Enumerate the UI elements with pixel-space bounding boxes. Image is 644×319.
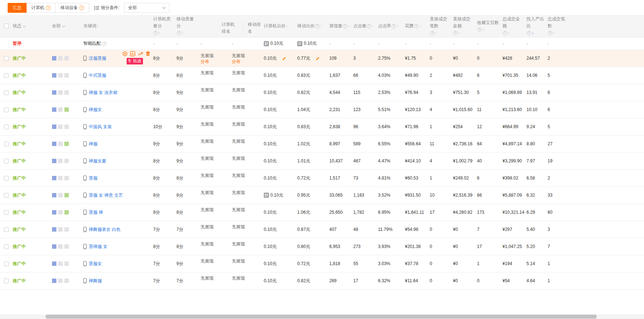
trend-icon[interactable]	[138, 51, 143, 56]
header-mobile-rank[interactable]: 移动排名	[243, 21, 261, 35]
row-checkbox[interactable]	[4, 142, 9, 146]
help-icon[interactable]: ?	[391, 24, 396, 28]
keyword-link[interactable]: 禅舞服装女 白色	[89, 227, 120, 233]
select-all-checkbox[interactable]	[4, 24, 9, 28]
row-checkbox[interactable]	[4, 210, 9, 215]
header-computer-bid[interactable]: 计算机出价↑	[262, 15, 295, 37]
help-icon[interactable]: ?	[315, 24, 319, 28]
segment-filter-select[interactable]: 全部	[124, 3, 170, 13]
row-checkbox[interactable]	[4, 107, 9, 112]
help-icon[interactable]: ?	[477, 27, 482, 32]
cell-mobile-rank: 无展现 分布	[230, 50, 262, 67]
help-icon[interactable]: ?	[79, 5, 84, 10]
keyword-link[interactable]: 中式茶服	[89, 72, 106, 79]
header-cost[interactable]: 花费?↑	[403, 15, 428, 37]
sort-asc-icon[interactable]: ↑	[97, 23, 99, 29]
row-checkbox[interactable]	[4, 90, 9, 95]
row-checkbox[interactable]	[4, 261, 9, 266]
help-icon[interactable]: ?	[430, 31, 434, 35]
sort-asc-icon[interactable]: ↑	[553, 29, 555, 36]
header-mobile-bid[interactable]: 移动出价?↑	[295, 15, 327, 37]
row-checkbox[interactable]	[4, 227, 9, 232]
header-status[interactable]: 状态	[11, 15, 50, 37]
sort-asc-icon[interactable]: ↑	[458, 29, 461, 36]
keyword-link[interactable]: 禅服女夏	[89, 158, 106, 164]
keyword-link[interactable]: 茶服	[89, 175, 98, 181]
row-checkbox[interactable]	[4, 159, 9, 164]
row-checkbox[interactable]	[4, 125, 9, 129]
sort-asc-icon[interactable]: ↑	[348, 23, 350, 29]
sort-asc-icon[interactable]: ↑	[320, 23, 322, 29]
sort-asc-icon[interactable]: ↑	[397, 23, 399, 29]
sort-asc-icon[interactable]: ↑	[372, 23, 374, 29]
row-checkbox[interactable]	[4, 193, 9, 198]
sort-asc-icon[interactable]: ↑	[482, 26, 485, 33]
row-checkbox[interactable]	[4, 56, 9, 61]
sort-asc-icon[interactable]: ↑	[286, 23, 288, 29]
sort-asc-icon[interactable]: ↑	[159, 29, 161, 36]
help-icon[interactable]: ?	[503, 31, 507, 35]
cell-cost: ¥201.38	[403, 238, 428, 255]
keyword-link[interactable]: 汉服茶服	[89, 55, 106, 62]
sort-asc-icon[interactable]: ↑	[435, 29, 437, 36]
help-icon[interactable]: ?	[177, 31, 181, 35]
keyword-link[interactable]: 茶服 禅	[89, 209, 103, 216]
scrollbar-thumb[interactable]	[45, 315, 597, 319]
header-roi[interactable]: 投入产出比?↓	[525, 15, 546, 37]
sort-asc-icon[interactable]: ↑	[419, 23, 421, 29]
help-icon[interactable]: ?	[154, 31, 158, 35]
help-icon[interactable]: ?	[367, 24, 371, 28]
keyword-link[interactable]: 禅服女	[89, 107, 102, 113]
tab-summary[interactable]: 汇总	[8, 3, 27, 13]
edit-bid-icon[interactable]	[282, 56, 287, 61]
header-computer-rank[interactable]: 计算机排名	[222, 21, 239, 35]
help-icon[interactable]: ?	[453, 31, 458, 35]
row-checkbox[interactable]	[4, 244, 9, 249]
header-direct-amount[interactable]: 直接成交金额?↑	[451, 15, 475, 37]
row-checkbox[interactable]	[4, 73, 9, 78]
keyword-link[interactable]: 茶服 女 禅意 文艺	[89, 192, 123, 198]
row-checkbox[interactable]	[4, 176, 9, 181]
header-campaign[interactable]: 全部	[50, 15, 82, 37]
header-total-amount[interactable]: 总成交金额?↑	[501, 15, 525, 37]
help-icon[interactable]: ?	[46, 5, 51, 10]
keyword-link[interactable]: 茶服女	[89, 261, 102, 267]
edit-bid-icon[interactable]	[315, 56, 320, 61]
keyword-link[interactable]: 中国风 女装	[89, 124, 112, 130]
cell-cost: ¥1.75	[403, 50, 428, 67]
row-checkbox[interactable]	[4, 279, 9, 283]
keyword-link[interactable]: 茶禅服 女	[89, 244, 107, 250]
sort-asc-icon[interactable]: ↑	[182, 29, 184, 36]
cell-total-orders: 3	[546, 221, 568, 238]
tab-mobile[interactable]: 移动设备 ?	[55, 3, 89, 13]
sort-desc-icon[interactable]: ↓	[532, 29, 534, 36]
header-direct-orders[interactable]: 直接成交笔数?↑	[428, 15, 451, 37]
header-clicks[interactable]: 点击量?↑	[351, 15, 376, 37]
tab-computer[interactable]: 计算机 ?	[26, 3, 56, 13]
help-icon[interactable]: ?	[414, 24, 418, 28]
keyword-link[interactable]: 禅服	[89, 141, 98, 147]
header-impressions[interactable]: 展现量?↑	[327, 15, 351, 37]
trash-icon[interactable]	[145, 51, 151, 56]
header-ctr[interactable]: 点击率?↑	[376, 15, 403, 37]
help-icon[interactable]: ?	[548, 31, 552, 35]
header-total-orders[interactable]: 总成交笔数?↑	[546, 15, 568, 37]
header-keyword[interactable]: 关键词↑	[82, 15, 151, 37]
cell-direct-amount: ¥0	[451, 238, 475, 255]
help-icon[interactable]: ?	[102, 42, 107, 46]
distribution-link[interactable]: 分布	[200, 59, 209, 64]
report-chart-icon[interactable]	[130, 51, 135, 56]
keyword-link[interactable]: 禅服 女 连衣裙	[89, 90, 118, 96]
help-icon[interactable]: ?	[343, 24, 347, 28]
distribution-link[interactable]: 分布	[232, 59, 240, 64]
table-row: 推广中 禅服女夏 8分 9分 无展现 无展现 0.10元	[0, 153, 644, 170]
cell-mobile-bid: 0.83元	[295, 67, 327, 84]
trajectory-badge[interactable]: 轨迹	[127, 58, 143, 64]
sort-asc-icon[interactable]: ↑	[508, 29, 510, 36]
target-icon[interactable]	[122, 51, 128, 56]
keyword-link[interactable]: 禅舞服	[89, 278, 102, 284]
header-favorites[interactable]: 收藏宝贝数?↑	[475, 15, 501, 37]
header-mobile-score[interactable]: 移动质量分?↑	[175, 15, 199, 37]
header-computer-score[interactable]: 计算机质量分?↑	[151, 15, 175, 37]
help-icon[interactable]: ?	[527, 31, 531, 35]
